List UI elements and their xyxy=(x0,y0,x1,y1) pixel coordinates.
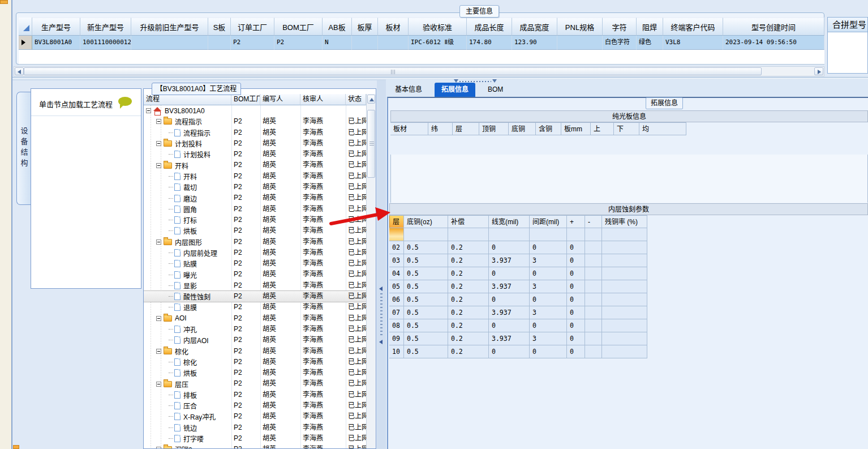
tree-row[interactable]: 磨边P2胡英李海燕已上网 xyxy=(144,193,366,203)
column-header[interactable]: 线宽(mil) xyxy=(489,215,530,228)
tree-row[interactable]: 曝光P2胡英李海燕已上网 xyxy=(144,269,366,280)
expand-collapse-icon[interactable] xyxy=(156,119,161,124)
expand-collapse-icon[interactable] xyxy=(156,349,161,354)
column-header[interactable]: AB板 xyxy=(323,18,352,36)
table-row[interactable]: 020.50.2000 xyxy=(389,241,647,254)
expand-collapse-icon[interactable] xyxy=(156,447,161,449)
table-row[interactable]: 080.50.2000 xyxy=(389,319,647,332)
column-header[interactable]: 字符 xyxy=(603,18,637,36)
tree-row[interactable]: 打字喽P2胡英李海燕已上网 xyxy=(144,433,366,444)
tree-row[interactable]: 铣边P2胡英李海燕已上网 xyxy=(144,422,366,433)
tree-row[interactable]: BV3L8001A0 xyxy=(144,105,366,116)
column-header[interactable]: 板厚 xyxy=(352,18,378,36)
column-header[interactable]: 上 xyxy=(591,122,614,135)
tab-拓展信息[interactable]: 拓展信息 xyxy=(435,83,475,97)
column-header[interactable]: 顶铜 xyxy=(479,122,509,135)
table-row[interactable]: 100.50.2000 xyxy=(389,345,647,358)
column-header[interactable]: 核审人 xyxy=(300,94,346,105)
tree-row[interactable]: 流程指示P2胡英李海燕已上网 xyxy=(144,127,366,138)
horizontal-scrollbar[interactable] xyxy=(14,66,824,76)
column-header[interactable]: 阻焊 xyxy=(637,18,663,36)
tab-基本信息[interactable]: 基本信息 xyxy=(388,83,429,97)
expand-collapse-icon[interactable] xyxy=(156,141,161,146)
column-header[interactable]: + xyxy=(567,215,585,228)
column-header[interactable]: 板材 xyxy=(378,18,409,36)
tab-device-structure[interactable]: 设备结构 xyxy=(16,92,31,205)
column-header[interactable]: 成品宽度 xyxy=(512,18,557,36)
tree-vertical-scrollbar[interactable] xyxy=(366,94,376,448)
column-header[interactable]: 成品长度 xyxy=(467,18,512,36)
column-header[interactable]: BOM工厂 xyxy=(274,18,323,36)
vertical-splitter[interactable] xyxy=(377,80,386,449)
tree-row[interactable]: 棕化P2胡英李海燕已上网 xyxy=(144,346,366,357)
tree-row[interactable]: 冲孔P2胡英李海燕已上网 xyxy=(144,324,366,335)
tree-row[interactable]: 打标P2胡英李海燕已上网 xyxy=(144,215,366,225)
tree-row[interactable]: 排板P2胡英李海燕已上网 xyxy=(144,390,366,400)
column-header[interactable]: BOM工厂 xyxy=(231,94,260,105)
tree-row[interactable]: 流程指示P2胡英李海燕已上网 xyxy=(144,116,366,127)
expand-collapse-icon[interactable] xyxy=(156,316,161,321)
column-header[interactable]: 订单工厂 xyxy=(231,18,274,36)
tree-row[interactable]: X-Ray冲孔P2胡英李海燕已上网 xyxy=(144,411,366,422)
column-header[interactable]: PNL规格 xyxy=(557,18,603,36)
column-header[interactable]: S板 xyxy=(208,18,231,36)
expand-collapse-icon[interactable] xyxy=(156,240,161,245)
column-header[interactable]: 状态 xyxy=(346,94,366,105)
column-header[interactable]: 底铜(oz) xyxy=(404,215,448,228)
table-row[interactable]: 070.50.23.93730 xyxy=(389,306,647,319)
column-header[interactable]: 层 xyxy=(453,122,479,135)
tree-row[interactable]: 内层前处理P2胡英李海燕已上网 xyxy=(144,247,366,258)
table-row[interactable]: 030.50.23.93730 xyxy=(389,254,647,267)
tree-row[interactable]: 开料P2胡英李海燕已上网 xyxy=(144,171,366,182)
expand-collapse-icon[interactable] xyxy=(146,108,151,113)
expand-collapse-icon[interactable] xyxy=(156,163,161,168)
column-header[interactable]: 均 xyxy=(639,122,686,135)
column-header[interactable]: 升级前旧生产型号 xyxy=(131,18,208,36)
table-row[interactable]: 050.50.23.93730 xyxy=(389,280,647,293)
table-row[interactable]: 060.50.2000 xyxy=(389,293,647,306)
tree-row[interactable]: 贴膜P2胡英李海燕已上网 xyxy=(144,258,366,269)
column-header[interactable]: 终端客户代码 xyxy=(663,18,723,36)
column-header[interactable]: 板材 xyxy=(390,122,428,135)
tree-row[interactable]: 退膜P2胡英李海燕已上网 xyxy=(144,302,366,313)
collapse-left-icon[interactable] xyxy=(379,340,383,344)
tree-scrollbar-thumb[interactable] xyxy=(367,110,375,178)
tree-row[interactable]: 烘板P2胡英李海燕已上网 xyxy=(144,225,366,236)
scroll-left-button[interactable] xyxy=(15,67,24,75)
column-header[interactable]: 验收标准 xyxy=(409,18,467,36)
column-header[interactable]: 含铜 xyxy=(536,122,561,135)
tree-row[interactable]: 计划投料P2胡英李海燕已上网 xyxy=(144,138,366,149)
collapse-left-icon[interactable] xyxy=(379,286,383,291)
column-header[interactable]: 残铜率 (%) xyxy=(602,215,647,228)
column-header[interactable]: 流程 xyxy=(144,94,231,105)
tree-row[interactable]: 开料P2胡英李海燕已上网 xyxy=(144,160,366,170)
tree-row[interactable]: 压合P2胡英李海燕已上网 xyxy=(144,400,366,411)
column-header[interactable]: 板mm xyxy=(561,122,591,135)
tree-row[interactable]: 显影P2胡英李海燕已上网 xyxy=(144,280,366,291)
table-row[interactable] xyxy=(389,228,647,241)
tree-row[interactable]: 裁切P2胡英李海燕已上网 xyxy=(144,182,366,193)
horizontal-scrollbar-thumb[interactable] xyxy=(24,67,762,75)
column-header[interactable]: 型号创建时间 xyxy=(723,18,824,36)
tree-row[interactable]: 烘板P2胡英李海燕已上网 xyxy=(144,367,366,378)
column-header[interactable]: 间距(mil) xyxy=(530,215,567,228)
tree-row[interactable]: 层压P2胡英李海燕已上网 xyxy=(144,378,366,389)
column-header[interactable]: 纬 xyxy=(428,122,453,135)
column-header[interactable]: 新生产型号 xyxy=(80,18,131,36)
expand-collapse-icon[interactable] xyxy=(156,382,161,387)
tree-row[interactable]: AOIP2胡英李海燕已上网 xyxy=(144,313,366,324)
column-header[interactable]: 生产型号 xyxy=(32,18,80,36)
tree-row[interactable]: 内层图形P2胡英李海燕已上网 xyxy=(144,237,366,247)
column-header[interactable]: 下 xyxy=(614,122,639,135)
tree-row[interactable]: 棕化P2胡英李海燕已上网 xyxy=(144,357,366,367)
tree-row[interactable]: 内层AOIP2胡英李海燕已上网 xyxy=(144,335,366,345)
column-header[interactable]: - xyxy=(585,215,602,228)
column-header[interactable]: 层 xyxy=(389,215,404,228)
column-header[interactable]: 底铜 xyxy=(509,122,536,135)
scroll-right-button[interactable] xyxy=(814,67,823,75)
select-all-cell[interactable] xyxy=(19,18,32,36)
scroll-up-button[interactable] xyxy=(367,95,375,104)
tree-row[interactable]: 计划投料P2胡英李海燕已上网 xyxy=(144,149,366,160)
column-header[interactable]: 补偿 xyxy=(448,215,489,228)
main-info-data-row[interactable]: BV3L8001A010011100000124P2P2NIPC-6012 Ⅱ级… xyxy=(19,36,824,50)
